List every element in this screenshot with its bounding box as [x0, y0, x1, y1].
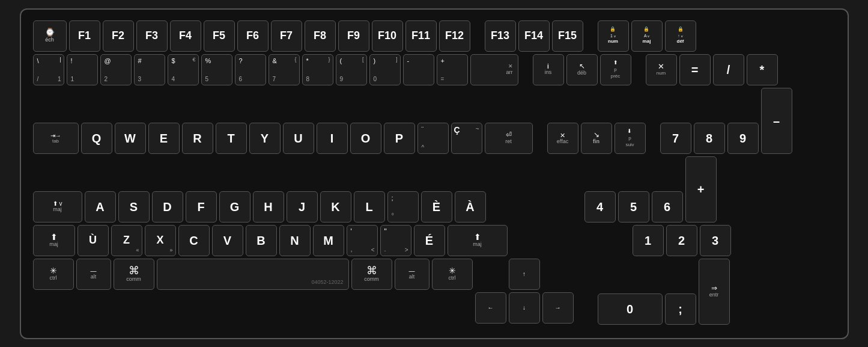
key-ctrl-left[interactable]: ✳ ctrl: [33, 259, 74, 290]
key-a[interactable]: A: [85, 191, 116, 223]
key-command-left[interactable]: ⌘ comm: [114, 259, 154, 290]
key-num-3[interactable]: 3: [700, 225, 731, 256]
key-num-8[interactable]: 8: [694, 123, 725, 154]
key-j[interactable]: J: [287, 191, 318, 223]
key-num-7[interactable]: 7: [660, 123, 691, 154]
key-num-multiply[interactable]: *: [747, 54, 778, 85]
key-h[interactable]: H: [253, 191, 284, 223]
key-f11[interactable]: F11: [405, 20, 437, 52]
key-f9[interactable]: F9: [338, 20, 369, 52]
key-7[interactable]: & 7 {: [269, 54, 300, 85]
key-minus[interactable]: -: [403, 54, 434, 85]
key-f[interactable]: F: [186, 191, 217, 223]
key-shift-right[interactable]: ⬆ maj: [448, 225, 508, 256]
key-shift-left[interactable]: ⬆ maj: [33, 225, 75, 256]
key-w[interactable]: W: [115, 123, 146, 154]
key-arrow-right[interactable]: →: [542, 292, 574, 324]
key-5[interactable]: % 5: [201, 54, 232, 85]
key-backspace[interactable]: ✕ arr: [470, 54, 518, 85]
key-b[interactable]: B: [246, 225, 277, 256]
key-equals[interactable]: + =: [437, 54, 468, 85]
key-s[interactable]: S: [118, 191, 150, 223]
key-semicolon[interactable]: ; °: [387, 191, 419, 223]
key-m[interactable]: M: [313, 225, 344, 256]
key-f6[interactable]: F6: [237, 20, 269, 52]
key-a-grave[interactable]: À: [455, 191, 486, 223]
key-f4[interactable]: F4: [170, 20, 201, 52]
key-end[interactable]: ↘ fin: [581, 123, 612, 154]
key-cedilla[interactable]: Ç ~: [451, 123, 482, 154]
key-f2[interactable]: F2: [103, 20, 134, 52]
key-f7[interactable]: F7: [271, 20, 302, 52]
key-capslock-indicator[interactable]: 🔒 A v maj: [631, 20, 663, 52]
key-0[interactable]: ) 0 ]: [369, 54, 401, 85]
key-period[interactable]: " . >: [380, 225, 411, 256]
key-6[interactable]: ? 6: [235, 54, 266, 85]
key-f15[interactable]: F15: [552, 20, 583, 52]
key-pagedown[interactable]: ⬇psuiv: [615, 123, 646, 154]
key-9[interactable]: ( 9 [: [336, 54, 367, 85]
key-f8[interactable]: F8: [305, 20, 336, 52]
key-num-1[interactable]: 1: [633, 225, 664, 256]
key-capslock[interactable]: ⬆ v maj: [33, 191, 82, 223]
key-f12[interactable]: F12: [439, 20, 470, 52]
key-1[interactable]: ! 1: [67, 54, 98, 85]
key-3[interactable]: # 3: [134, 54, 165, 85]
key-comma[interactable]: ' , <: [347, 225, 378, 256]
key-e-acute[interactable]: É: [414, 225, 445, 256]
key-num-divide[interactable]: /: [713, 54, 744, 85]
key-num-clear[interactable]: ✕ num: [646, 54, 677, 85]
key-u-grave[interactable]: Ù: [77, 225, 109, 256]
key-v[interactable]: V: [212, 225, 243, 256]
key-spacebar[interactable]: 04052-12022: [157, 259, 349, 290]
key-num-6[interactable]: 6: [652, 191, 683, 223]
key-delete[interactable]: ✕ effac: [547, 123, 578, 154]
key-home[interactable]: ↖ déb: [566, 54, 598, 85]
key-t[interactable]: T: [216, 123, 247, 154]
key-r[interactable]: R: [182, 123, 213, 154]
key-q[interactable]: Q: [81, 123, 112, 154]
key-num-plus[interactable]: +: [685, 156, 717, 223]
key-f5[interactable]: F5: [204, 20, 235, 52]
key-ech[interactable]: ⌚ éch: [33, 20, 67, 52]
key-4[interactable]: $ 4 €: [168, 54, 199, 85]
key-arrow-left[interactable]: ←: [475, 292, 506, 324]
key-numlock[interactable]: 🔒 1 v num: [598, 20, 629, 52]
key-f3[interactable]: F3: [136, 20, 168, 52]
key-num-2[interactable]: 2: [666, 225, 697, 256]
key-z[interactable]: Z «: [111, 225, 142, 256]
key-x[interactable]: X »: [145, 225, 176, 256]
key-k[interactable]: K: [320, 191, 351, 223]
key-num-5[interactable]: 5: [618, 191, 649, 223]
key-e[interactable]: E: [148, 123, 180, 154]
key-pageup[interactable]: ⬆ppréc: [600, 54, 631, 85]
key-num-9[interactable]: 9: [727, 123, 759, 154]
key-insert[interactable]: i ins: [533, 54, 564, 85]
key-p[interactable]: P: [384, 123, 415, 154]
key-g[interactable]: G: [219, 191, 250, 223]
key-return[interactable]: ⏎ ret: [485, 123, 533, 154]
key-caret[interactable]: ¨ ^: [417, 123, 449, 154]
key-f14[interactable]: F14: [518, 20, 550, 52]
key-scrolllock-indicator[interactable]: 🔒 ↑ v déf: [665, 20, 696, 52]
key-num-enter[interactable]: ⇒ entr: [699, 259, 730, 325]
key-num-period[interactable]: ;: [665, 293, 696, 325]
key-ctrl-right[interactable]: ✳ ctrl: [432, 259, 473, 290]
key-arrow-up[interactable]: ↑: [509, 259, 540, 290]
key-arrow-down[interactable]: ↓: [509, 292, 540, 324]
key-tab[interactable]: ⇥→ tab: [33, 123, 79, 154]
key-d[interactable]: D: [152, 191, 183, 223]
key-c[interactable]: C: [178, 225, 210, 256]
key-backslash[interactable]: \ | / 1: [33, 54, 64, 85]
key-num-minus[interactable]: –: [761, 88, 792, 154]
key-l[interactable]: L: [354, 191, 385, 223]
key-num-0[interactable]: 0: [598, 293, 663, 325]
key-alt-right[interactable]: — alt: [395, 259, 429, 290]
key-y[interactable]: Y: [249, 123, 281, 154]
key-n[interactable]: N: [279, 225, 311, 256]
key-command-right[interactable]: ⌘ comm: [351, 259, 392, 290]
key-num-4[interactable]: 4: [584, 191, 616, 223]
key-i[interactable]: I: [317, 123, 348, 154]
key-8[interactable]: * 8 }: [302, 54, 333, 85]
key-e-grave[interactable]: È: [421, 191, 452, 223]
